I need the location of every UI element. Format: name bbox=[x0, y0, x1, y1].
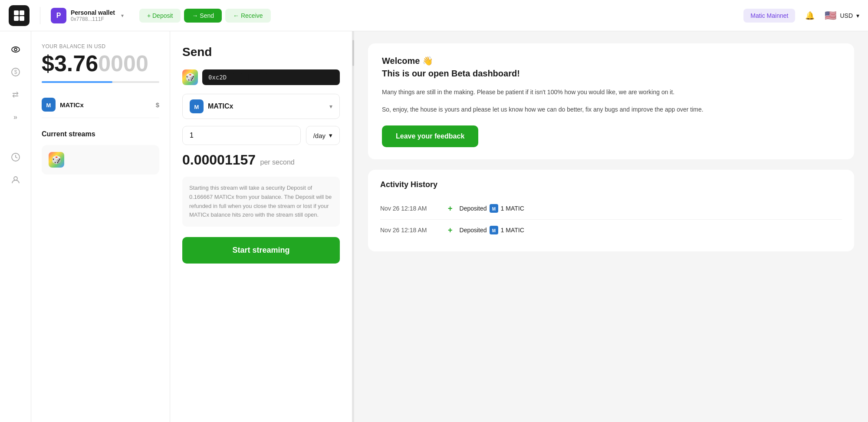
welcome-subtitle: This is our open Beta dashboard! bbox=[382, 69, 840, 79]
wallet-details: Personal wallet 0x7788...111F bbox=[71, 9, 115, 22]
activity-row: Nov 26 12:18 AM + Deposited M 1 MATIC bbox=[380, 198, 842, 220]
token-selector-name: MATICx bbox=[208, 102, 233, 110]
recipient-address-box: 0xc2D████████████████ bbox=[202, 69, 340, 85]
welcome-card: Welcome 👋 This is our open Beta dashboar… bbox=[368, 43, 854, 159]
balance-bar-fill bbox=[42, 81, 112, 83]
amount-input[interactable] bbox=[182, 126, 301, 145]
activity-desc-2: Deposited M 1 MATIC bbox=[460, 226, 524, 234]
sidebar-item-more[interactable]: » bbox=[6, 108, 25, 127]
balance-decimal: 0000 bbox=[98, 51, 148, 76]
recipient-row: 🎲 0xc2D████████████████ bbox=[182, 69, 340, 85]
token-selector-chevron-icon: ▾ bbox=[329, 103, 332, 110]
main-content: YOUR BALANCE IN USD $3.760000 M MATICx $… bbox=[31, 31, 868, 422]
send-title: Send bbox=[182, 45, 340, 59]
rate-unit: per second bbox=[260, 158, 295, 166]
svg-text:M: M bbox=[492, 228, 495, 233]
main-layout: $ ⇄ » YOUR BALANCE IN USD $3.760000 bbox=[0, 31, 868, 422]
token-selector-left: M MATICx bbox=[190, 99, 233, 113]
activity-plus-1: + bbox=[448, 204, 453, 213]
send-button[interactable]: → Send bbox=[184, 9, 222, 23]
activity-row-2: Nov 26 12:18 AM + Deposited M 1 MATIC bbox=[380, 220, 842, 241]
activity-desc-text-1: Deposited bbox=[460, 205, 487, 212]
deposit-info-text: Starting this stream will take a securit… bbox=[189, 185, 332, 218]
stream-card: 🎲 bbox=[42, 145, 159, 175]
rate-display: 0.00001157 per second bbox=[182, 152, 340, 168]
token-row: M MATICx $ bbox=[42, 92, 159, 118]
token-selector-dropdown[interactable]: M MATICx ▾ bbox=[182, 94, 340, 119]
wallet-avatar: P bbox=[51, 8, 66, 23]
token-name: MATICx bbox=[60, 101, 84, 109]
svg-rect-0 bbox=[14, 10, 19, 15]
period-chevron-icon: ▾ bbox=[329, 132, 332, 139]
welcome-body2: So, enjoy, the house is yours and please… bbox=[382, 105, 840, 115]
left-panel: YOUR BALANCE IN USD $3.760000 M MATICx $… bbox=[31, 31, 170, 422]
svg-rect-2 bbox=[14, 16, 19, 21]
current-streams-label: Current streams bbox=[42, 130, 159, 138]
navbar: P Personal wallet 0x7788...111F ▾ + Depo… bbox=[0, 0, 868, 31]
receive-button[interactable]: ← Receive bbox=[225, 9, 270, 23]
currency-chevron-icon: ▾ bbox=[856, 12, 859, 19]
flag-icon: 🇺🇸 bbox=[825, 10, 836, 21]
rate-value: 0.00001157 bbox=[182, 152, 256, 168]
matic-icon-1: M bbox=[490, 204, 498, 213]
navbar-actions: + Deposit → Send ← Receive bbox=[139, 9, 271, 23]
matic-icon-2: M bbox=[490, 226, 498, 234]
activity-title: Activity History bbox=[380, 180, 842, 189]
addr-masked: ████████████████ bbox=[227, 74, 285, 81]
token-amount: $ bbox=[156, 101, 159, 109]
maticx-logo: M bbox=[42, 98, 56, 112]
addr-prefix: 0xc2D bbox=[208, 74, 227, 81]
balance-integer: $3.76 bbox=[42, 51, 98, 76]
welcome-body1: Many things are still in the making. Ple… bbox=[382, 87, 840, 98]
svg-text:M: M bbox=[46, 102, 51, 109]
activity-time-1: Nov 26 12:18 AM bbox=[380, 205, 441, 212]
navbar-right: Matic Mainnet 🔔 🇺🇸 USD ▾ bbox=[743, 8, 859, 23]
activity-card: Activity History Nov 26 12:18 AM + Depos… bbox=[368, 170, 854, 251]
token-info: M MATICx bbox=[42, 98, 84, 112]
recipient-avatar: 🎲 bbox=[182, 69, 198, 85]
sidebar-item-transfer[interactable]: ⇄ bbox=[6, 85, 25, 104]
send-panel: Send 🎲 0xc2D████████████████ M MATICx ▾ bbox=[170, 31, 352, 422]
app-logo bbox=[9, 5, 30, 26]
svg-point-9 bbox=[14, 177, 17, 180]
network-selector[interactable]: Matic Mainnet bbox=[743, 9, 795, 23]
amount-row: /day ▾ bbox=[182, 126, 340, 145]
scroll-thumb bbox=[352, 40, 354, 66]
activity-desc-text-2: Deposited bbox=[460, 227, 487, 234]
stream-avatar: 🎲 bbox=[49, 152, 64, 168]
svg-rect-1 bbox=[20, 10, 24, 15]
sidebar: $ ⇄ » bbox=[0, 31, 31, 422]
sidebar-item-dollar[interactable]: $ bbox=[6, 63, 25, 82]
welcome-title: Welcome 👋 bbox=[382, 56, 840, 66]
svg-text:M: M bbox=[492, 207, 495, 211]
svg-point-4 bbox=[12, 47, 20, 52]
wallet-address: 0x7788...111F bbox=[71, 16, 115, 22]
activity-amount-2: 1 MATIC bbox=[501, 227, 524, 234]
wallet-selector[interactable]: P Personal wallet 0x7788...111F ▾ bbox=[51, 8, 124, 23]
balance-bar bbox=[42, 81, 159, 83]
activity-desc-1: Deposited M 1 MATIC bbox=[460, 204, 524, 213]
currency-selector[interactable]: 🇺🇸 USD ▾ bbox=[825, 10, 859, 21]
token-selector-icon: M bbox=[190, 99, 204, 113]
sidebar-item-history[interactable] bbox=[6, 148, 25, 167]
feedback-button[interactable]: Leave your feedback bbox=[382, 125, 478, 147]
svg-text:$: $ bbox=[14, 69, 17, 75]
wallet-name: Personal wallet bbox=[71, 9, 115, 16]
right-panel: Welcome 👋 This is our open Beta dashboar… bbox=[354, 31, 868, 422]
svg-text:M: M bbox=[194, 104, 199, 110]
svg-rect-3 bbox=[20, 16, 24, 21]
period-selector[interactable]: /day ▾ bbox=[306, 126, 340, 145]
activity-amount-1: 1 MATIC bbox=[501, 205, 524, 212]
sidebar-item-eye[interactable] bbox=[6, 40, 25, 59]
notification-icon[interactable]: 🔔 bbox=[802, 8, 818, 23]
balance-amount: $3.760000 bbox=[42, 51, 159, 76]
activity-time-2: Nov 26 12:18 AM bbox=[380, 227, 441, 234]
period-value: /day bbox=[313, 132, 326, 139]
wallet-chevron-icon: ▾ bbox=[121, 13, 124, 19]
scroll-indicator bbox=[352, 31, 354, 422]
balance-label: YOUR BALANCE IN USD bbox=[42, 43, 159, 49]
start-streaming-button[interactable]: Start streaming bbox=[182, 237, 340, 264]
deposit-button[interactable]: + Deposit bbox=[139, 9, 181, 23]
sidebar-item-user[interactable] bbox=[6, 170, 25, 189]
nav-divider bbox=[40, 7, 40, 24]
